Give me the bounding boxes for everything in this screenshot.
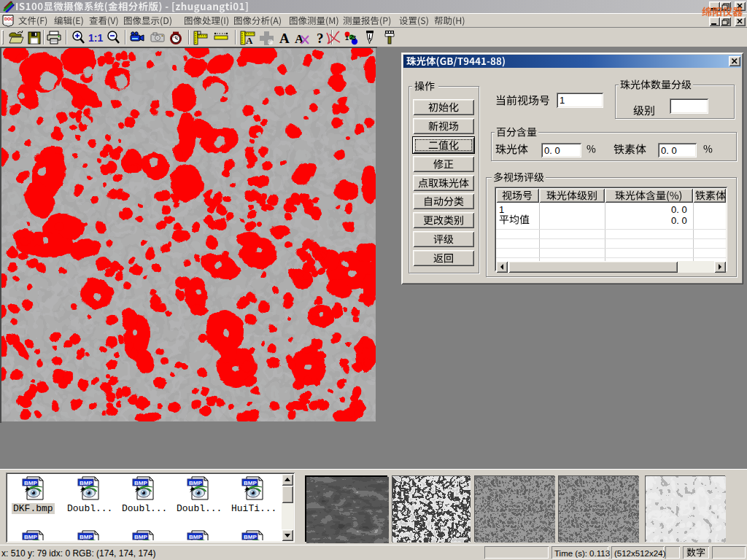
svg-text:?: ? [317,31,324,46]
svg-text:BMP: BMP [80,534,93,540]
svg-text:DOC: DOC [4,17,13,21]
svg-text:BMP: BMP [80,480,93,486]
svg-text:BMP: BMP [244,480,257,486]
svg-text:1:1: 1:1 [88,32,103,44]
svg-text:BMP: BMP [24,480,37,486]
svg-text:A: A [295,32,304,46]
svg-text:BMP: BMP [189,480,202,486]
svg-text:A: A [246,35,253,46]
svg-text:BMP: BMP [24,534,37,540]
svg-text:BMP: BMP [134,534,147,540]
svg-text:A: A [279,31,290,46]
svg-text:BMP: BMP [244,534,257,540]
svg-text:3: 3 [352,34,356,42]
svg-text:BMP: BMP [134,480,147,486]
svg-text:1: 1 [345,34,349,42]
svg-text:BMP: BMP [189,534,202,540]
